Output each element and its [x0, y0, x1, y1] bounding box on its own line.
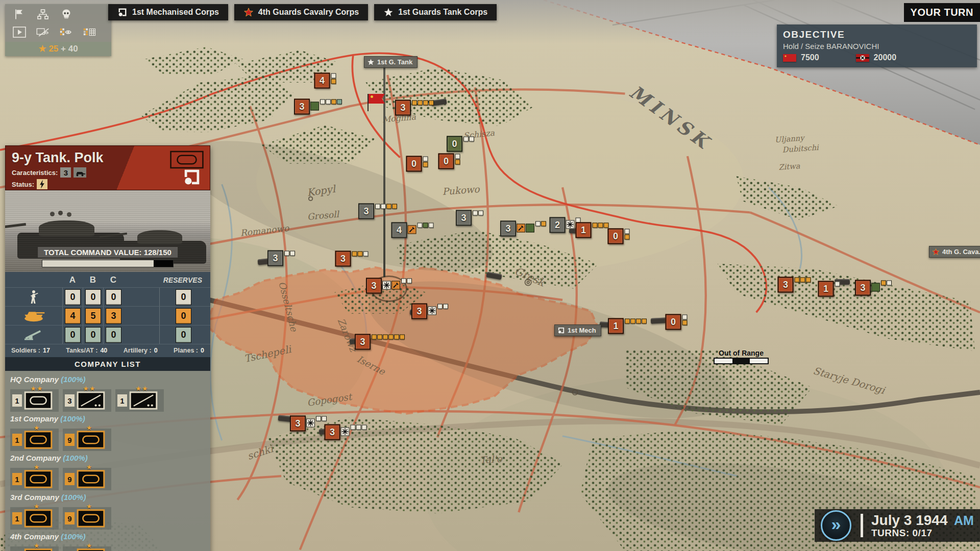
unit-counter[interactable]: 3	[267, 251, 295, 266]
tank-icon	[77, 431, 105, 449]
org-chart-button[interactable]	[36, 8, 50, 21]
unit-counter[interactable]: 3	[355, 334, 405, 350]
pip	[455, 154, 460, 159]
company-unit-card[interactable]: ★★1	[115, 389, 164, 412]
table-row-artillery: 0 0 0 0	[5, 325, 210, 344]
company-unit-card[interactable]: ★1	[10, 429, 59, 451]
unit-count: 3	[65, 394, 75, 407]
strength-pips	[463, 137, 474, 142]
company-list-header: COMPANY LIST	[5, 357, 210, 371]
company-unit-card[interactable]: ★9	[63, 546, 111, 551]
cell: 0	[65, 327, 81, 343]
pip	[381, 204, 386, 209]
corps-tab-2[interactable]: 4th Guards Cavalry Corps	[234, 4, 368, 20]
characteristics-value: 3	[60, 167, 71, 178]
unit-counter[interactable]: 1	[818, 281, 840, 297]
command-points: ★ 25 + 40	[5, 42, 111, 56]
strength-pips	[412, 101, 434, 106]
unit-counter[interactable]: 3	[335, 251, 369, 267]
unit-counter[interactable]: 4	[391, 222, 434, 238]
status-move-icon	[382, 281, 391, 290]
unit-strength-number: 3	[778, 277, 794, 293]
turn-bar: » July 3 1944 AM TURNS: 0/17	[815, 509, 980, 542]
strength-pips	[437, 304, 448, 309]
unit-counter[interactable]: 0	[608, 229, 630, 244]
company-unit-card[interactable]: ★★3	[63, 389, 111, 412]
pip	[469, 137, 474, 142]
mech-corps-icon	[557, 327, 565, 334]
unit-counter[interactable]: 4	[314, 73, 336, 89]
pip	[412, 101, 417, 106]
table-header: A B C RESERVES	[5, 273, 210, 287]
play-button[interactable]	[12, 26, 27, 39]
pip	[423, 223, 428, 228]
pip	[356, 425, 361, 430]
infantry-icon	[5, 289, 62, 305]
company-unit-card[interactable]: ★9	[63, 468, 111, 490]
toolbar-row-2	[5, 22, 111, 40]
veterancy-stars: ★★	[128, 385, 156, 392]
pip	[284, 251, 289, 256]
lightning-icon	[37, 179, 47, 189]
strength-pips	[535, 221, 546, 227]
map-toolbar: ★ 25 + 40	[5, 4, 111, 56]
unit-counter[interactable]: 0	[447, 136, 474, 152]
pip	[372, 335, 377, 340]
unit-count: 1	[117, 394, 127, 407]
pip	[331, 79, 336, 84]
formation-sign-3[interactable]: 4th G. Cava...	[929, 246, 980, 258]
unit-counter[interactable]: 0	[438, 154, 460, 169]
formation-sign-2[interactable]: 1st Mech	[554, 324, 601, 336]
pip	[400, 335, 405, 340]
counters-grid-button[interactable]	[83, 26, 97, 39]
company-unit-card[interactable]: ★★1	[10, 389, 59, 412]
unit-counter[interactable]: 3	[294, 99, 342, 115]
flag-button[interactable]	[12, 8, 27, 21]
unit-counter[interactable]: 3	[456, 210, 483, 226]
company-unit-card[interactable]: ★1	[10, 507, 59, 530]
unit-counter[interactable]: 3	[778, 277, 811, 293]
unit-strength-number: 3	[500, 221, 516, 237]
skull-button[interactable]	[59, 8, 74, 21]
cell: 3	[106, 308, 121, 324]
stat: Planes :0	[174, 347, 204, 354]
hide-counters-button[interactable]	[36, 26, 50, 39]
unit-count: 1	[12, 434, 22, 446]
unit-counter[interactable]: 3	[395, 100, 434, 116]
unit-counter[interactable]: 1	[576, 222, 609, 238]
pip	[593, 223, 598, 228]
company-unit-card[interactable]: ★9	[63, 507, 111, 530]
total-command-value: TOTAL COMMAND VALUE: 128/150	[38, 247, 178, 258]
pip	[541, 221, 546, 227]
unit-strength-number: 3	[290, 416, 306, 432]
pip	[352, 252, 357, 257]
pip	[394, 335, 399, 340]
pip	[598, 223, 603, 228]
reserve-cell: 0	[176, 308, 191, 324]
company-unit-card[interactable]: ★1	[10, 546, 59, 551]
pip	[835, 282, 840, 287]
status-shovel-icon	[408, 226, 416, 234]
unit-counter[interactable]: 3	[411, 304, 448, 319]
unit-counter[interactable]: 0	[666, 314, 688, 330]
corps-tab-1[interactable]: 1st Mechanised Corps	[108, 4, 228, 20]
formation-sign-1[interactable]: 1st G. Tank	[364, 56, 418, 68]
unit-counter[interactable]: 3	[366, 278, 412, 294]
tank-icon	[24, 391, 53, 410]
star-icon: ★	[38, 44, 46, 54]
company-unit-card[interactable]: ★9	[63, 429, 111, 451]
pip	[320, 99, 325, 105]
end-turn-button[interactable]: »	[821, 510, 851, 541]
unit-counter[interactable]: 0	[406, 156, 428, 172]
unit-counter[interactable]: 3	[325, 424, 367, 440]
unit-counter[interactable]: 3	[855, 280, 892, 296]
corps-tab-3[interactable]: 1st Guards Tank Corps	[374, 4, 497, 20]
counters-eye-button[interactable]	[59, 26, 74, 39]
company-unit-card[interactable]: ★1	[10, 468, 59, 490]
unit-counter[interactable]: 1	[608, 318, 647, 334]
unit-counter[interactable]: 3	[290, 416, 327, 432]
company-name: 2nd Company (100%)	[10, 454, 205, 462]
unit-counter[interactable]: 3	[500, 221, 546, 237]
unit-counter[interactable]: 3	[358, 204, 397, 219]
reserve-cell: 0	[176, 289, 191, 305]
